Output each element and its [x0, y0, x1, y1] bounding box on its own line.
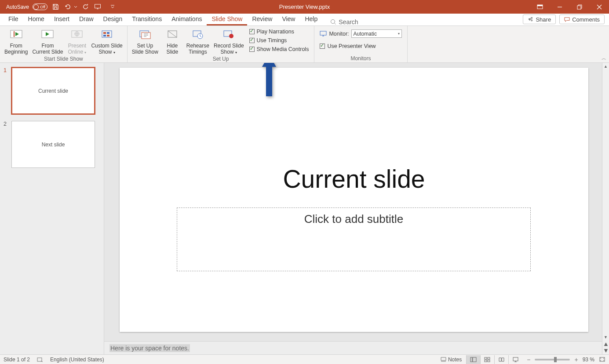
- svg-rect-31: [488, 360, 490, 362]
- vertical-scrollbar[interactable]: ▲ ▼ ⯅ ⯆: [602, 63, 609, 354]
- zoom-percentage[interactable]: 93 %: [583, 357, 594, 363]
- tab-review[interactable]: Review: [247, 13, 277, 25]
- svg-rect-2: [537, 5, 543, 6]
- svg-rect-30: [485, 360, 487, 362]
- comments-label: Comments: [572, 16, 600, 23]
- workspace: 1 Current slide 2 Next slide Current sli…: [0, 63, 609, 354]
- scroll-track[interactable]: [602, 70, 609, 334]
- tab-transitions[interactable]: Transitions: [127, 13, 167, 25]
- present-online-button[interactable]: Present Online ▾: [66, 28, 88, 56]
- tab-view[interactable]: View: [277, 13, 300, 25]
- undo-icon[interactable]: [63, 3, 72, 11]
- tab-insert[interactable]: Insert: [49, 13, 74, 25]
- play-narrations-checkbox[interactable]: Play Narrations: [249, 29, 309, 35]
- monitor-select[interactable]: Automatic▾: [351, 29, 402, 38]
- tab-animations[interactable]: Animations: [167, 13, 207, 25]
- zoom-out-button[interactable]: −: [527, 356, 530, 363]
- zoom-in-button[interactable]: +: [574, 356, 578, 363]
- hide-slide-button[interactable]: Hide Slide: [161, 28, 184, 55]
- slide-counter[interactable]: Slide 1 of 2: [4, 357, 30, 363]
- scroll-up-icon[interactable]: ▲: [602, 63, 609, 70]
- svg-rect-28: [485, 357, 487, 359]
- fit-to-window-button[interactable]: [599, 357, 605, 362]
- thumbnail-row[interactable]: 2 Next slide: [0, 121, 104, 168]
- present-from-start-icon[interactable]: [93, 3, 102, 11]
- svg-rect-18: [142, 33, 150, 39]
- hide-slide-icon: [165, 29, 179, 41]
- svg-point-23: [229, 34, 233, 38]
- slide-show-view-button[interactable]: [508, 355, 522, 364]
- reading-view-button[interactable]: [494, 355, 508, 364]
- rehearse-timings-button[interactable]: Rehearse Timings: [185, 28, 211, 55]
- tab-file[interactable]: File: [4, 13, 23, 25]
- tab-design[interactable]: Design: [98, 13, 128, 25]
- search-icon: [330, 19, 336, 25]
- search-placeholder: Search: [339, 18, 358, 25]
- tab-draw[interactable]: Draw: [74, 13, 98, 25]
- tab-slide-show[interactable]: Slide Show: [207, 13, 247, 25]
- scroll-down-icon[interactable]: ▼: [602, 334, 609, 341]
- qat-customize-icon[interactable]: [108, 3, 117, 11]
- status-bar: Slide 1 of 2 English (United States) Not…: [0, 354, 609, 364]
- slide-thumbnail-1[interactable]: Current slide: [11, 67, 95, 114]
- tab-home[interactable]: Home: [23, 13, 49, 25]
- autosave-state: Off: [40, 5, 45, 9]
- svg-rect-14: [107, 32, 109, 34]
- from-beginning-button[interactable]: From Beginning: [3, 28, 29, 55]
- svg-point-6: [529, 18, 530, 20]
- use-presenter-view-checkbox[interactable]: Use Presenter View: [320, 43, 401, 49]
- set-up-slide-show-button[interactable]: Set Up Slide Show: [130, 28, 160, 55]
- spell-check-icon[interactable]: [37, 357, 43, 362]
- thumbnail-row[interactable]: 1 Current slide: [0, 67, 104, 114]
- record-slide-show-button[interactable]: Record Slide Show ▾: [212, 28, 246, 56]
- slide-subtitle-placeholder[interactable]: Click to add subtitle: [177, 207, 531, 271]
- restore-icon[interactable]: [569, 0, 589, 14]
- notes-icon: [441, 357, 446, 362]
- svg-point-5: [531, 17, 532, 18]
- collapse-ribbon-icon[interactable]: ︿: [602, 55, 606, 62]
- language-status[interactable]: English (United States): [50, 357, 104, 363]
- slide-canvas[interactable]: Current slide Click to add subtitle: [120, 68, 588, 332]
- share-button[interactable]: Share: [523, 15, 556, 24]
- show-media-controls-checkbox[interactable]: Show Media Controls: [249, 46, 309, 52]
- share-icon: [528, 17, 533, 22]
- normal-view-button[interactable]: [466, 355, 480, 364]
- previous-slide-icon[interactable]: ⯅: [604, 342, 608, 347]
- autosave-toggle[interactable]: Off: [33, 4, 47, 10]
- svg-rect-16: [107, 35, 109, 36]
- svg-point-7: [531, 19, 532, 21]
- from-current-slide-button[interactable]: From Current Slide: [30, 28, 65, 55]
- notes-placeholder[interactable]: Here is your space for notes.: [109, 344, 190, 352]
- repeat-icon[interactable]: [81, 3, 90, 11]
- save-icon[interactable]: [51, 3, 60, 11]
- tab-help[interactable]: Help: [300, 13, 322, 25]
- svg-rect-32: [513, 357, 518, 361]
- slide-canvas-area[interactable]: Current slide Click to add subtitle: [104, 63, 602, 341]
- monitor-label: Monitor:: [329, 31, 349, 37]
- zoom-slider[interactable]: [535, 359, 570, 360]
- svg-rect-13: [103, 32, 106, 34]
- close-icon[interactable]: [589, 0, 609, 14]
- ribbon-display-options-icon[interactable]: [530, 0, 550, 14]
- group-set-up: Set Up Slide Show Hide Slide Rehearse Ti…: [128, 26, 315, 62]
- slide-thumbnail-2[interactable]: Next slide: [11, 121, 95, 168]
- group-label-monitors: Monitors: [317, 55, 404, 62]
- notes-pane[interactable]: Here is your space for notes.: [104, 341, 602, 354]
- slide-thumbnail-panel: 1 Current slide 2 Next slide: [0, 63, 104, 354]
- annotation-arrow-icon: [260, 63, 278, 96]
- thumbnail-number: 2: [4, 121, 9, 127]
- tell-me-search[interactable]: Search: [330, 18, 358, 25]
- use-timings-checkbox[interactable]: Use Timings: [249, 37, 309, 44]
- comments-button[interactable]: Comments: [559, 15, 605, 24]
- slide-sorter-view-button[interactable]: [480, 355, 494, 364]
- custom-slide-show-button[interactable]: Custom Slide Show ▾: [89, 28, 124, 56]
- notes-toggle-button[interactable]: Notes: [441, 357, 462, 363]
- slide-title-placeholder[interactable]: Current slide: [120, 164, 588, 193]
- chevron-down-icon: ▾: [398, 32, 400, 36]
- next-slide-icon[interactable]: ⯆: [604, 348, 608, 353]
- svg-rect-15: [103, 35, 106, 36]
- undo-dropdown-icon[interactable]: [74, 3, 77, 11]
- svg-rect-0: [95, 4, 100, 8]
- checkbox-icon: [320, 44, 325, 49]
- minimize-icon[interactable]: [550, 0, 569, 14]
